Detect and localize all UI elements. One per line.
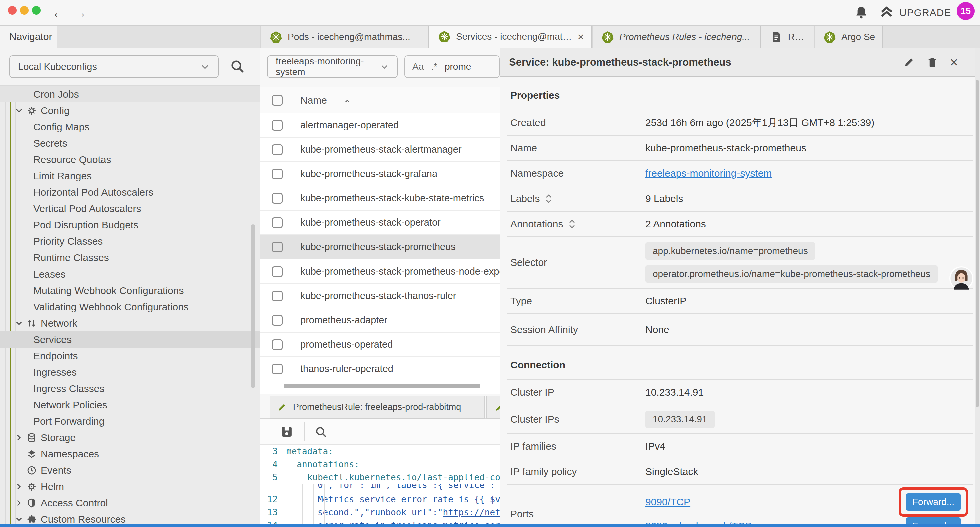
sidebar-tree-item[interactable]: Ingress Classes — [0, 380, 259, 396]
sidebar-tree-item[interactable]: Events — [0, 462, 259, 478]
row-checkbox[interactable] — [272, 120, 283, 131]
sidebar-search-icon[interactable] — [229, 58, 245, 74]
service-row[interactable]: kube-prometheus-stack-alertmanager — [260, 138, 500, 162]
port-link[interactable]: 9090/TCP — [646, 496, 690, 508]
row-checkbox[interactable] — [272, 169, 283, 180]
avatar[interactable] — [949, 266, 973, 290]
service-row[interactable]: thanos-ruler-operated — [260, 357, 500, 381]
sidebar-tree-item[interactable]: Endpoints — [0, 347, 259, 364]
tree-expand-chevron-icon[interactable] — [15, 433, 23, 442]
upgrade-button[interactable]: UPGRADE — [879, 4, 951, 21]
sidebar-tree-item[interactable]: Access Control — [0, 495, 259, 511]
sidebar-tree-item[interactable]: Pod Disruption Budgets — [0, 217, 259, 233]
forward-button[interactable]: Forward... — [906, 493, 961, 511]
case-sensitive-toggle[interactable]: Aa — [412, 61, 424, 72]
code-link[interactable]: https://net — [443, 506, 500, 519]
column-divider — [290, 91, 290, 110]
service-row[interactable]: kube-prometheus-stack-prometheus — [260, 235, 500, 260]
sidebar-scrollbar-thumb[interactable] — [251, 224, 255, 388]
sidebar-tree-item[interactable]: Priority Classes — [0, 233, 259, 250]
sidebar-tree-item[interactable]: Namespaces — [0, 446, 259, 462]
editor-search-icon[interactable] — [314, 425, 328, 439]
tree-expand-chevron-icon[interactable] — [15, 515, 23, 524]
namespace-selector[interactable]: freeleaps-monitoring-system — [267, 56, 398, 78]
sidebar-tree-item[interactable]: Limit Ranges — [0, 168, 259, 184]
notifications-bell-icon[interactable] — [854, 5, 869, 21]
sidebar-tree-item[interactable]: Secrets — [0, 135, 259, 151]
navigator-panel-tab[interactable]: Navigator — [0, 25, 57, 48]
sidebar-tree-item[interactable]: Cron Jobs — [0, 86, 259, 102]
expand-toggle-icon[interactable] — [544, 193, 553, 204]
detail-row-link[interactable]: freeleaps-monitoring-system — [646, 168, 772, 179]
save-icon[interactable] — [280, 425, 294, 439]
tree-expand-chevron-icon[interactable] — [15, 498, 23, 507]
content-tab[interactable]: Argo Se × — [814, 25, 883, 48]
tree-expand-chevron-icon[interactable] — [15, 107, 23, 115]
sidebar-tree-item[interactable]: Config Maps — [0, 119, 259, 135]
row-checkbox[interactable] — [272, 218, 283, 228]
sidebar-tree-item[interactable]: Port Forwarding — [0, 413, 259, 429]
service-row[interactable]: kube-prometheus-stack-grafana — [260, 162, 500, 186]
close-icon[interactable]: × — [950, 56, 958, 68]
content-tab[interactable]: Services - icecheng@math... × — [429, 25, 592, 48]
service-row[interactable]: alertmanager-operated — [260, 113, 500, 138]
back-button[interactable]: ← — [49, 3, 68, 23]
row-checkbox[interactable] — [272, 315, 283, 326]
name-column-header[interactable]: Name — [300, 95, 327, 106]
sort-ascending-icon[interactable] — [343, 97, 352, 105]
details-scrollbar-track[interactable] — [975, 48, 980, 527]
editor-tab-partial[interactable] — [486, 396, 500, 419]
window-close-button[interactable] — [8, 6, 17, 15]
tree-expand-chevron-icon[interactable] — [15, 482, 23, 491]
sidebar-tree-item[interactable]: Runtime Classes — [0, 250, 259, 266]
content-tab[interactable]: Prometheus Rules - icecheng... × — [592, 25, 760, 48]
service-row[interactable]: kube-prometheus-stack-prometheus-node-ex… — [260, 260, 500, 284]
notification-count-badge[interactable]: 15 — [957, 2, 975, 20]
tab-close-icon[interactable]: × — [578, 31, 584, 42]
service-row[interactable]: prometheus-adapter — [260, 308, 500, 333]
sidebar-tree-item[interactable]: Horizontal Pod Autoscalers — [0, 184, 259, 201]
tree-expand-chevron-icon[interactable] — [15, 319, 23, 328]
service-row[interactable]: kube-prometheus-stack-operator — [260, 211, 500, 235]
content-tab[interactable]: Pods - icecheng@mathmas... × — [260, 25, 429, 48]
window-minimize-button[interactable] — [20, 6, 29, 15]
row-checkbox[interactable] — [272, 339, 283, 350]
delete-trash-icon[interactable] — [926, 56, 938, 68]
details-scrollbar-thumb[interactable] — [976, 80, 979, 407]
service-row[interactable]: kube-prometheus-stack-thanos-ruler — [260, 284, 500, 308]
sidebar-tree-item[interactable]: Mutating Webhook Configurations — [0, 282, 259, 299]
sidebar-tree-item[interactable]: Storage — [0, 429, 259, 446]
sidebar-tree-item[interactable]: Helm — [0, 478, 259, 495]
window-maximize-button[interactable] — [32, 6, 41, 15]
horizontal-scrollbar-thumb[interactable] — [283, 384, 480, 388]
sidebar-tree-item[interactable]: Validating Webhook Configurations — [0, 299, 259, 315]
forward-button[interactable]: → — [71, 3, 89, 23]
sidebar-tree-item[interactable]: Network — [0, 315, 259, 331]
filter-input[interactable]: Aa .* prome — [404, 56, 500, 78]
chevron-down-icon — [200, 62, 210, 72]
sidebar-tree-item[interactable]: Resource Quotas — [0, 151, 259, 168]
row-checkbox[interactable] — [272, 363, 283, 374]
sidebar-tree-item[interactable]: Network Policies — [0, 396, 259, 413]
editor-tab[interactable]: PrometheusRule: freeleaps-prod-rabbitmq — [269, 396, 485, 419]
sidebar-tree-item[interactable]: Services — [0, 331, 259, 347]
service-row[interactable]: kube-prometheus-stack-kube-state-metrics — [260, 186, 500, 211]
row-checkbox[interactable] — [272, 266, 283, 277]
expand-toggle-icon[interactable] — [568, 218, 576, 230]
regex-toggle[interactable]: .* — [431, 61, 437, 72]
row-checkbox[interactable] — [272, 145, 283, 155]
row-checkbox[interactable] — [272, 291, 283, 301]
edit-pencil-icon — [494, 402, 500, 412]
select-all-checkbox[interactable] — [272, 95, 283, 106]
kubeconfig-selector[interactable]: Local Kubeconfigs — [10, 56, 219, 78]
sidebar-tree-item[interactable]: Ingresses — [0, 364, 259, 380]
row-checkbox[interactable] — [272, 242, 283, 253]
sidebar-tree-item[interactable]: Leases — [0, 266, 259, 282]
row-checkbox[interactable] — [272, 193, 283, 204]
yaml-editor[interactable]: 3 metadata: 4 annotations: 5 kubectl.kub… — [260, 445, 500, 527]
sidebar-tree-item[interactable]: Vertical Pod Autoscalers — [0, 201, 259, 217]
service-row[interactable]: prometheus-operated — [260, 333, 500, 357]
sidebar-tree-item[interactable]: Config — [0, 102, 259, 119]
content-tab[interactable]: Release Notes × — [760, 25, 814, 48]
edit-pencil-icon[interactable] — [903, 56, 915, 68]
